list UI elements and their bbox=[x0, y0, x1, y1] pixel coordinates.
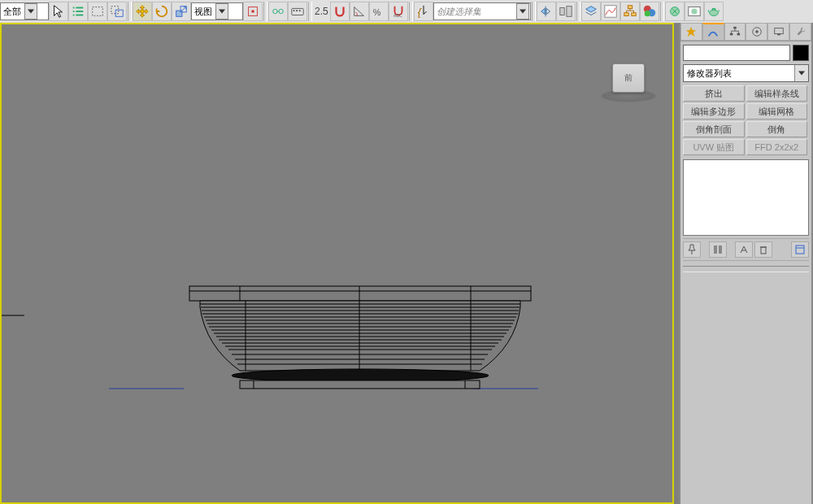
svg-rect-28 bbox=[631, 13, 635, 16]
hierarchy-tab[interactable] bbox=[724, 23, 746, 41]
toolbar-separator bbox=[532, 2, 536, 21]
modifier-button[interactable]: 倒角剖面 bbox=[683, 121, 745, 137]
remove-modifier-button[interactable] bbox=[754, 241, 772, 258]
motion-tab[interactable] bbox=[746, 23, 767, 41]
svg-rect-79 bbox=[761, 247, 766, 254]
create-tab[interactable] bbox=[680, 23, 702, 41]
render-button[interactable] bbox=[704, 2, 724, 21]
pin-stack-button[interactable] bbox=[683, 241, 701, 258]
render-setup-button[interactable] bbox=[665, 2, 685, 21]
selection-filter-label: 全部 bbox=[3, 6, 21, 18]
rotate-icon bbox=[154, 4, 169, 19]
modifier-button[interactable]: 倒角 bbox=[746, 121, 808, 137]
svg-rect-77 bbox=[719, 245, 722, 254]
modifier-stack-toolbar bbox=[683, 238, 809, 261]
rollout-separator bbox=[683, 266, 809, 272]
rectangular-selection-button[interactable] bbox=[88, 2, 107, 21]
modify-tab[interactable] bbox=[702, 23, 724, 41]
svg-text:%: % bbox=[372, 7, 380, 17]
command-panel-tabs bbox=[680, 23, 811, 41]
select-object-button[interactable] bbox=[49, 2, 68, 21]
modifier-list-dropdown[interactable]: 修改器列表 bbox=[683, 64, 809, 82]
named-selection-placeholder: 创建选择集 bbox=[437, 6, 481, 18]
dropdown-arrow-icon bbox=[24, 3, 37, 20]
mirror-icon bbox=[539, 4, 554, 19]
modifier-button[interactable]: 挤出 bbox=[683, 85, 745, 102]
edit-named-sel-button[interactable]: { bbox=[414, 2, 433, 21]
svg-point-13 bbox=[273, 9, 277, 13]
svg-rect-6 bbox=[93, 7, 103, 16]
object-name-input[interactable] bbox=[683, 45, 790, 61]
svg-rect-4 bbox=[73, 15, 75, 16]
list-icon bbox=[71, 4, 85, 19]
schematic-view-button[interactable] bbox=[620, 2, 640, 21]
align-icon bbox=[559, 4, 573, 19]
reference-coord-dropdown[interactable]: 视图 bbox=[191, 2, 243, 20]
svg-rect-27 bbox=[624, 13, 628, 16]
named-selection-dropdown[interactable]: 创建选择集 bbox=[433, 2, 531, 20]
use-pivot-center-button[interactable] bbox=[243, 2, 263, 21]
align-button[interactable] bbox=[556, 2, 576, 21]
window-crossing-button[interactable] bbox=[107, 2, 127, 21]
configure-modifier-sets-button[interactable] bbox=[791, 241, 809, 258]
toolbar-separator bbox=[263, 2, 267, 21]
dropdown-arrow-icon bbox=[215, 3, 228, 20]
toolbar-separator bbox=[660, 2, 664, 21]
modifier-button[interactable]: FFD 2x2x2 bbox=[746, 139, 808, 155]
svg-point-35 bbox=[709, 10, 718, 15]
modifier-button[interactable]: UVW 贴图 bbox=[683, 139, 745, 155]
selection-filter-dropdown[interactable]: 全部 bbox=[0, 2, 49, 20]
modifier-buttons-grid: 挤出 编辑样条线 编辑多边形 编辑网格 倒角剖面 倒角 UVW 贴图 FFD 2… bbox=[680, 84, 811, 157]
svg-rect-5 bbox=[76, 15, 83, 16]
cursor-icon bbox=[51, 4, 66, 19]
mirror-button[interactable] bbox=[537, 2, 556, 21]
show-end-result-button[interactable] bbox=[709, 241, 727, 258]
display-tab[interactable] bbox=[767, 23, 789, 41]
utilities-tab[interactable] bbox=[789, 23, 811, 41]
select-by-name-button[interactable] bbox=[68, 2, 88, 21]
svg-rect-18 bbox=[296, 10, 298, 11]
hierarchy-icon bbox=[729, 26, 741, 37]
modifier-list-label: 修改器列表 bbox=[687, 67, 732, 80]
spinner-snap-button[interactable]: ABC bbox=[389, 2, 408, 21]
svg-rect-40 bbox=[189, 286, 531, 301]
keyboard-shortcut-override-button[interactable] bbox=[288, 2, 307, 21]
object-color-swatch[interactable] bbox=[793, 45, 809, 61]
material-icon bbox=[642, 4, 657, 19]
curve-editor-button[interactable] bbox=[601, 2, 620, 21]
make-unique-button[interactable] bbox=[735, 241, 753, 258]
svg-rect-1 bbox=[76, 7, 83, 9]
rollout-area[interactable] bbox=[683, 293, 809, 502]
toolbar-separator bbox=[576, 2, 580, 21]
svg-rect-70 bbox=[730, 33, 733, 36]
select-manipulate-button[interactable] bbox=[268, 2, 288, 21]
svg-rect-66 bbox=[240, 380, 480, 389]
crossing-icon bbox=[110, 4, 124, 19]
modifier-stack-list[interactable] bbox=[683, 159, 809, 236]
svg-rect-16 bbox=[292, 8, 303, 15]
toolbar-separator bbox=[128, 2, 132, 21]
angle-snap-button[interactable] bbox=[350, 2, 369, 21]
braces-icon: { bbox=[416, 4, 431, 19]
svg-point-34 bbox=[691, 8, 697, 14]
render-setup-icon bbox=[667, 4, 682, 19]
select-and-rotate-button[interactable] bbox=[152, 2, 172, 21]
select-and-scale-button[interactable] bbox=[172, 2, 191, 21]
svg-rect-3 bbox=[76, 11, 83, 12]
dropdown-arrow-icon bbox=[794, 65, 808, 81]
modifier-button[interactable]: 编辑网格 bbox=[746, 103, 808, 119]
modifier-button[interactable]: 编辑样条线 bbox=[746, 85, 808, 102]
percent-snap-button[interactable]: % bbox=[369, 2, 389, 21]
pivot-icon bbox=[246, 4, 260, 19]
layer-manager-button[interactable] bbox=[581, 2, 601, 21]
snap-toggle-button[interactable] bbox=[330, 2, 350, 21]
viewport-front[interactable]: 前 bbox=[0, 23, 674, 504]
angle-icon bbox=[352, 4, 367, 19]
material-editor-button[interactable] bbox=[640, 2, 659, 21]
config-icon bbox=[794, 244, 806, 255]
create-star-icon bbox=[685, 26, 697, 37]
modifier-button[interactable]: 编辑多边形 bbox=[683, 103, 745, 119]
render-frame-window-button[interactable] bbox=[685, 2, 704, 21]
select-and-move-button[interactable] bbox=[133, 2, 152, 21]
percent-icon: % bbox=[372, 4, 386, 19]
